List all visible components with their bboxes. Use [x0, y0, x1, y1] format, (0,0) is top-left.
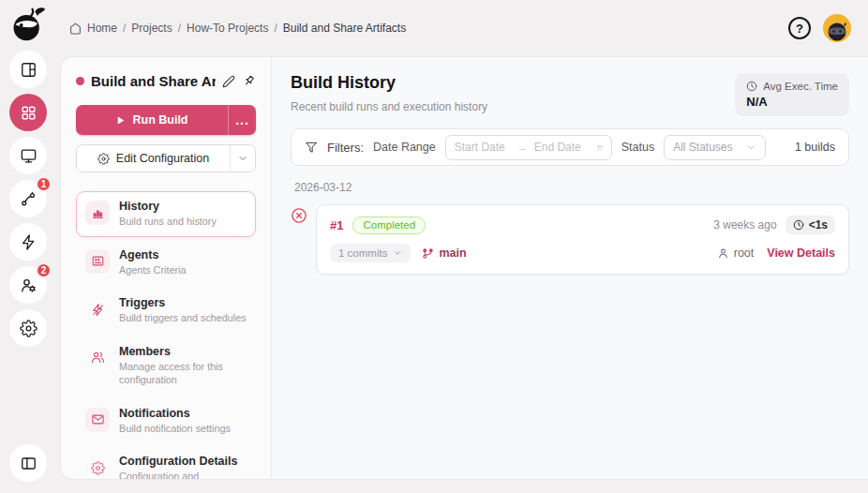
bar-chart-icon — [85, 201, 110, 225]
breadcrumb-separator: / — [123, 22, 126, 35]
menu-item-desc: Build triggers and schedules — [119, 311, 247, 325]
edit-configuration-dropdown-button[interactable] — [230, 145, 255, 172]
pin-icon[interactable] — [242, 74, 256, 88]
build-branch: main — [422, 246, 466, 260]
status-label: Status — [621, 141, 654, 154]
pipeline-icon — [20, 190, 37, 208]
top-bar: Home / Projects / How-To Projects / Buil… — [60, 0, 868, 56]
menu-item-history[interactable]: History Build runs and history — [76, 191, 256, 237]
avg-exec-value: N/A — [746, 95, 838, 109]
trigger-bolt-icon — [85, 297, 110, 321]
commits-label: 1 commits — [338, 247, 387, 259]
range-arrow-icon: → — [517, 142, 528, 153]
chevron-down-icon — [746, 142, 756, 153]
start-date-input[interactable] — [455, 141, 511, 154]
build-status-badge: Completed — [352, 217, 426, 234]
play-icon — [115, 115, 126, 126]
configuration-name: Build and Share Ar... — [91, 73, 216, 89]
delete-circle-x-icon — [291, 207, 307, 224]
build-card: #1 Completed 3 weeks ago <1s — [316, 204, 849, 275]
view-details-link[interactable]: View Details — [767, 246, 835, 260]
build-user-name: root — [734, 246, 755, 260]
edit-pencil-icon[interactable] — [222, 75, 235, 88]
edit-configuration-label: Edit Configuration — [116, 152, 209, 165]
menu-item-title: Triggers — [119, 296, 247, 309]
configuration-title-row: Build and Share Ar... — [76, 73, 256, 89]
nav-panel-layout-button[interactable] — [9, 51, 47, 88]
user-avatar[interactable] — [823, 14, 851, 42]
main-panel: Build and Share Ar... Run Build ... — [60, 56, 868, 480]
run-build-more-button[interactable]: ... — [228, 105, 256, 135]
breadcrumb-howto-projects[interactable]: How-To Projects — [187, 22, 268, 35]
avg-exec-label: Avg Exec. Time — [763, 81, 838, 92]
filters-label: Filters: — [327, 141, 364, 155]
clock-icon — [746, 81, 757, 92]
edit-configuration-button[interactable]: Edit Configuration — [77, 145, 230, 172]
status-select[interactable]: All Statuses — [664, 135, 765, 160]
panel-layout-icon — [20, 61, 37, 79]
home-icon — [69, 22, 82, 35]
build-duration: <1s — [809, 218, 828, 232]
lightning-icon — [20, 233, 37, 251]
apps-grid-icon — [20, 104, 37, 122]
settings-gear-icon — [20, 320, 37, 337]
end-date-input[interactable] — [534, 141, 591, 154]
nav-projects-button[interactable] — [9, 94, 47, 131]
chevron-down-icon — [393, 248, 402, 258]
menu-item-title: Agents — [119, 248, 186, 261]
clock-icon — [793, 219, 804, 231]
menu-item-members[interactable]: Members Manage access for this configura… — [76, 336, 256, 396]
delete-build-button[interactable] — [291, 207, 307, 224]
nav-monitor-button[interactable] — [9, 137, 47, 174]
commits-dropdown[interactable]: 1 commits — [330, 244, 411, 262]
build-group-date: 2026-03-12 — [294, 181, 849, 194]
nav-pipelines-button[interactable]: 1 — [9, 180, 47, 217]
person-icon — [717, 247, 729, 260]
breadcrumb-home[interactable]: Home — [87, 22, 117, 35]
chevron-down-icon — [237, 153, 248, 164]
nav-settings-button[interactable] — [9, 309, 47, 347]
date-range-picker[interactable]: → — [445, 135, 612, 160]
menu-item-agents[interactable]: Agents Agents Criteria — [76, 240, 256, 286]
date-range-label: Date Range — [373, 141, 436, 154]
configuration-menu: History Build runs and history Agents Ag… — [76, 191, 256, 480]
menu-item-desc: Build notification settings — [119, 422, 231, 436]
status-select-value: All Statuses — [673, 141, 732, 154]
nav-user-management-button[interactable]: 2 — [9, 266, 47, 304]
menu-item-desc: Configuration and preferences — [119, 470, 247, 480]
git-branch-icon — [422, 247, 434, 260]
nav-actions-button[interactable] — [9, 223, 47, 261]
help-button[interactable]: ? — [788, 17, 811, 39]
funnel-icon — [305, 141, 318, 154]
menu-item-triggers[interactable]: Triggers Build triggers and schedules — [76, 288, 256, 334]
breadcrumb-projects[interactable]: Projects — [131, 22, 172, 35]
menu-item-desc: Build runs and history — [119, 215, 217, 229]
question-mark-icon: ? — [796, 22, 803, 36]
breadcrumb: Home / Projects / How-To Projects / Buil… — [69, 22, 406, 35]
menu-item-desc: Manage access for this configuration — [119, 360, 241, 387]
status-dot — [76, 77, 84, 85]
menu-item-configuration-details[interactable]: Configuration Details Configuration and … — [76, 446, 256, 480]
build-time-ago: 3 weeks ago — [713, 218, 776, 232]
menu-item-notifications[interactable]: Notifications Build notification setting… — [76, 398, 256, 444]
build-user: root — [717, 246, 755, 260]
ninja-logo-icon[interactable] — [9, 6, 47, 43]
ellipsis-icon: ... — [235, 112, 249, 127]
gear-icon — [97, 153, 110, 165]
page-subtitle: Recent build runs and execution history — [291, 100, 487, 113]
mail-icon — [85, 408, 110, 432]
user-settings-icon — [20, 276, 37, 294]
ninja-avatar-icon — [826, 20, 848, 42]
breadcrumb-separator: / — [274, 22, 277, 35]
run-build-button[interactable]: Run Build — [76, 105, 228, 135]
collapse-sidebar-button[interactable] — [9, 444, 47, 482]
members-icon — [85, 346, 110, 370]
edit-configuration-button-group: Edit Configuration — [76, 144, 256, 172]
configuration-sidebar: Build and Share Ar... Run Build ... — [61, 57, 272, 479]
build-row: #1 Completed 3 weeks ago <1s — [291, 204, 849, 275]
gear-icon — [85, 456, 110, 480]
monitor-icon — [20, 147, 37, 165]
menu-item-title: Notifications — [119, 407, 231, 420]
content-header: Build History Recent build runs and exec… — [291, 73, 849, 116]
filters-bar: Filters: Date Range → Status All Statuse… — [291, 128, 849, 166]
